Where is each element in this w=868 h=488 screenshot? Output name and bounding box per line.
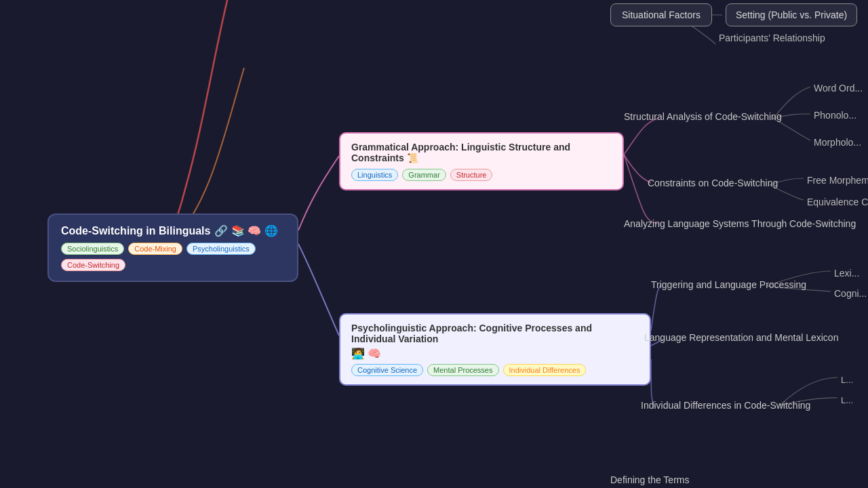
analyzing-label: Analyzing Language Systems Through Code-… [624,218,856,229]
lexical-node: Lexi... [834,268,859,279]
individual-differences-node[interactable]: Individual Differences in Code-Switching [641,400,810,411]
central-title: Code-Switching in Bilinguals 🔗 📚 🧠 🌐 [61,224,285,237]
tag-linguistics[interactable]: Linguistics [351,169,398,181]
grammatical-tags: Linguistics Grammar Structure [351,169,612,181]
tag-code-switching[interactable]: Code-Switching [61,259,125,271]
individual-sub2-node: L... [841,395,853,405]
participants-node[interactable]: Participants' Relationship [719,33,825,43]
situational-factors-label: Situational Factors [622,9,701,20]
word-order-label: Word Ord... [814,83,863,94]
central-tags: Sociolinguistics Code-Mixing Psycholingu… [61,243,285,271]
phonology-label: Phonolo... [814,110,856,121]
setting-node[interactable]: Setting (Public vs. Private) [726,3,857,26]
language-representation-label: Language Representation and Mental Lexic… [644,332,838,343]
setting-label: Setting (Public vs. Private) [736,9,847,20]
psycholinguistic-node[interactable]: Psycholinguistic Approach: Cognitive Pro… [339,313,651,386]
constraints-node[interactable]: Constraints on Code-Switching [648,178,778,188]
central-emojis: 🔗 📚 🧠 🌐 [214,224,277,237]
situational-factors-node[interactable]: Situational Factors [610,3,712,26]
tag-mental-processes[interactable]: Mental Processes [427,364,498,376]
defining-node[interactable]: Defining the Terms [610,474,689,485]
word-order-node: Word Ord... [814,83,863,94]
structural-analysis-label: Structural Analysis of Code-Switching [624,111,782,122]
analyzing-node[interactable]: Analyzing Language Systems Through Code-… [624,218,856,229]
participants-label: Participants' Relationship [719,33,825,43]
central-node[interactable]: Code-Switching in Bilinguals 🔗 📚 🧠 🌐 Soc… [47,214,298,282]
grammatical-title: Grammatical Approach: Linguistic Structu… [351,142,612,163]
individual-sub1-label: L... [841,375,853,385]
individual-differences-label: Individual Differences in Code-Switching [641,400,810,411]
mind-map-canvas: Code-Switching in Bilinguals 🔗 📚 🧠 🌐 Soc… [0,0,868,488]
triggering-label: Triggering and Language Processing [651,279,806,290]
tag-individual-differences[interactable]: Individual Differences [503,364,587,376]
free-morpheme-node: Free Morpheme... [807,175,868,186]
tag-psycholinguistics[interactable]: Psycholinguistics [186,243,256,255]
psycho-emojis: 🧑‍💻 🧠 [351,347,639,360]
individual-sub1-node: L... [841,375,853,385]
phonology-node: Phonolo... [814,110,856,121]
cognitive-node: Cogni... [834,288,867,299]
free-morpheme-label: Free Morpheme... [807,175,868,186]
tag-structure[interactable]: Structure [450,169,493,181]
equivalence-label: Equivalence Co... [807,197,868,207]
triggering-node[interactable]: Triggering and Language Processing [651,279,806,290]
tag-cognitive-science[interactable]: Cognitive Science [351,364,423,376]
defining-label: Defining the Terms [610,474,689,485]
constraints-label: Constraints on Code-Switching [648,178,778,188]
cognitive-label: Cogni... [834,288,867,299]
morphology-node: Morpholo... [814,137,861,148]
equivalence-node: Equivalence Co... [807,197,868,207]
central-title-text: Code-Switching in Bilinguals [61,225,210,237]
individual-sub2-label: L... [841,395,853,405]
tag-grammar[interactable]: Grammar [402,169,446,181]
tag-sociolinguistics[interactable]: Sociolinguistics [61,243,124,255]
lexical-label: Lexi... [834,268,859,279]
psycho-tags: Cognitive Science Mental Processes Indiv… [351,364,639,376]
morphology-label: Morpholo... [814,137,861,148]
psycho-title: Psycholinguistic Approach: Cognitive Pro… [351,323,639,344]
language-representation-node[interactable]: Language Representation and Mental Lexic… [644,332,838,343]
grammatical-node[interactable]: Grammatical Approach: Linguistic Structu… [339,132,624,190]
tag-code-mixing[interactable]: Code-Mixing [128,243,182,255]
structural-analysis-node[interactable]: Structural Analysis of Code-Switching [624,111,782,122]
